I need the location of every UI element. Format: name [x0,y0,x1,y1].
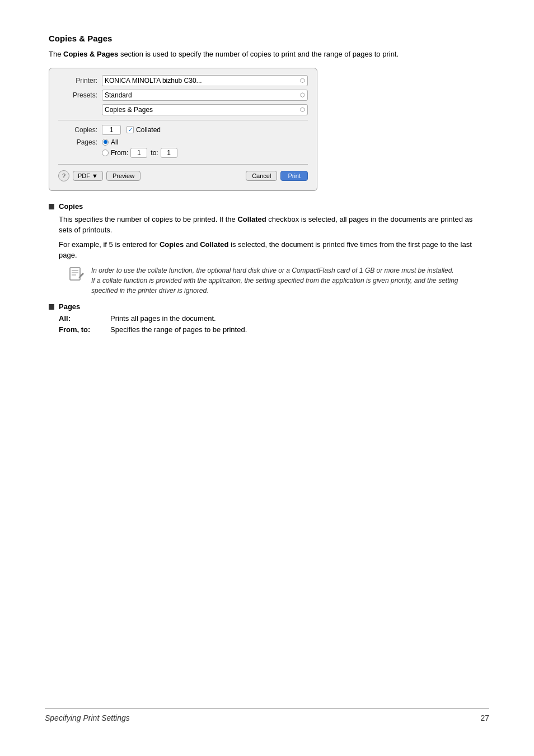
note-text: In order to use the collate function, th… [91,265,485,296]
copies-bullet-item: Copies [49,202,485,211]
preview-button[interactable]: Preview [106,171,140,181]
copies-para1: This specifies the number of copies to b… [59,214,485,236]
page-footer: Specifying Print Settings 27 [45,708,489,722]
printer-row: Printer: KONICA MINOLTA bizhub C30... ⬡ [58,75,308,86]
section-title: Copies & Pages [49,34,485,43]
collated-check: ✓ Collated [127,126,161,134]
section-select[interactable]: Copies & Pages ⬡ [102,104,308,115]
printer-select[interactable]: KONICA MINOLTA bizhub C30... ⬡ [102,75,308,86]
copies-bullet-content: This specifies the number of copies to b… [59,214,485,296]
pages-all-text: All [111,138,118,146]
footer-right: Cancel Print [246,171,308,181]
presets-spinner: ⬡ [300,92,305,98]
pages-from-radio[interactable] [102,150,109,156]
dialog-footer-divider [58,164,308,165]
pages-all-radio[interactable] [102,139,109,146]
presets-label: Presets: [58,91,97,99]
pages-bullet-item: Pages [49,302,485,311]
printer-label: Printer: [58,77,97,85]
copies-label: Copies: [58,126,97,134]
footer-chapter: Specifying Print Settings [45,713,130,722]
pages-all-sub-item: All: Prints all pages in the document. [59,314,485,323]
copies-row: Copies: ✓ Collated [58,125,308,135]
printer-spinner: ⬡ [300,77,305,83]
collated-label: Collated [136,126,161,134]
pages-from-input[interactable] [130,148,147,158]
pages-to-label: to: [151,149,158,157]
pages-bullet-square [49,304,54,310]
section-row: Copies & Pages ⬡ [58,104,308,115]
collated-checkbox[interactable]: ✓ [127,126,134,133]
note-icon [69,267,86,283]
presets-row: Presets: Standard ⬡ [58,90,308,101]
copies-section: Copies This specifies the number of copi… [49,202,485,296]
pdf-button[interactable]: PDF ▼ [73,171,103,181]
footer-left: ? PDF ▼ Preview [58,170,140,181]
copies-para2: For example, if 5 is entered for Copies … [59,239,485,261]
cancel-button[interactable]: Cancel [246,171,277,181]
pages-fromto-desc: Specifies the range of pages to be print… [110,325,247,334]
dialog-divider [58,120,308,120]
pages-row: Pages: All From: to: [58,138,308,160]
dialog-footer: ? PDF ▼ Preview Cancel Print [58,170,308,181]
printer-value: KONICA MINOLTA bizhub C30... [105,77,202,85]
pages-sub-items: All: Prints all pages in the document. F… [59,314,485,334]
pages-fromto-label: From, to: [59,325,104,334]
footer-page-number: 27 [480,713,489,722]
print-dialog: Printer: KONICA MINOLTA bizhub C30... ⬡ … [49,68,317,191]
pages-all-option: Pages: All [58,138,308,146]
copies-bullet-square [49,204,54,209]
pages-from-label: From: [111,149,128,157]
pages-from-option: From: to: [58,148,308,158]
pages-fromto-sub-item: From, to: Specifies the range of pages t… [59,325,485,334]
pages-bullet-heading: Pages [59,302,80,311]
copies-input[interactable] [102,125,121,135]
pages-to-input[interactable] [161,148,177,158]
presets-value: Standard [105,91,132,99]
pages-col-label: Pages: [58,138,97,146]
print-button[interactable]: Print [280,171,308,181]
presets-select[interactable]: Standard ⬡ [102,90,308,101]
section-spinner: ⬡ [300,106,305,113]
pages-all-label: All: [59,314,104,323]
pages-all-desc: Prints all pages in the document. [110,314,216,323]
help-button[interactable]: ? [58,170,69,181]
copies-bullet-heading: Copies [59,202,83,211]
section-value: Copies & Pages [105,106,153,114]
intro-text: The Copies & Pages section is used to sp… [49,49,485,60]
pages-section: Pages All: Prints all pages in the docum… [49,302,485,334]
page-content: Copies & Pages The Copies & Pages sectio… [49,34,485,334]
note-box: In order to use the collate function, th… [69,265,485,296]
